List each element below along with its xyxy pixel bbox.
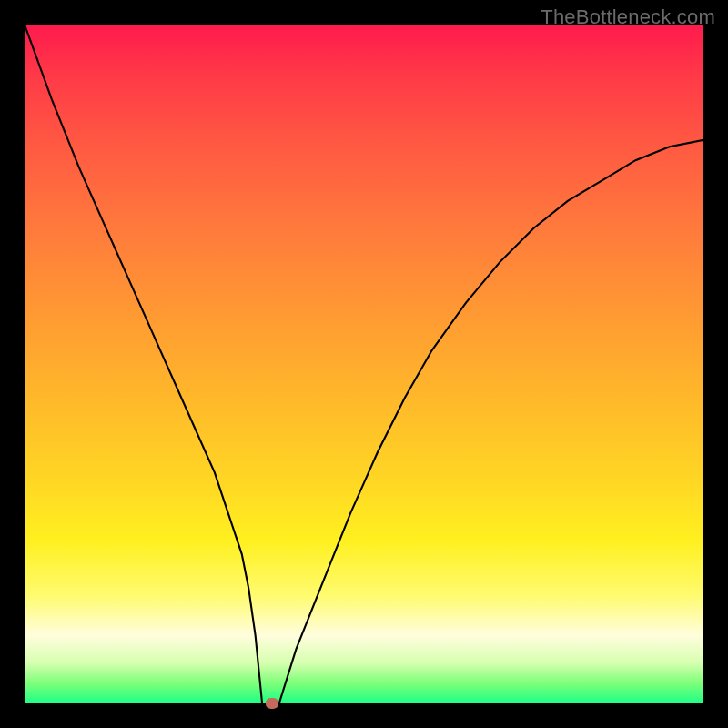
- plot-area: [25, 25, 703, 703]
- bottleneck-curve: [25, 25, 703, 703]
- optimal-point-marker: [266, 698, 278, 709]
- chart-frame: TheBottleneck.com: [0, 0, 728, 728]
- watermark-text: TheBottleneck.com: [541, 5, 715, 29]
- curve-svg: [25, 25, 703, 703]
